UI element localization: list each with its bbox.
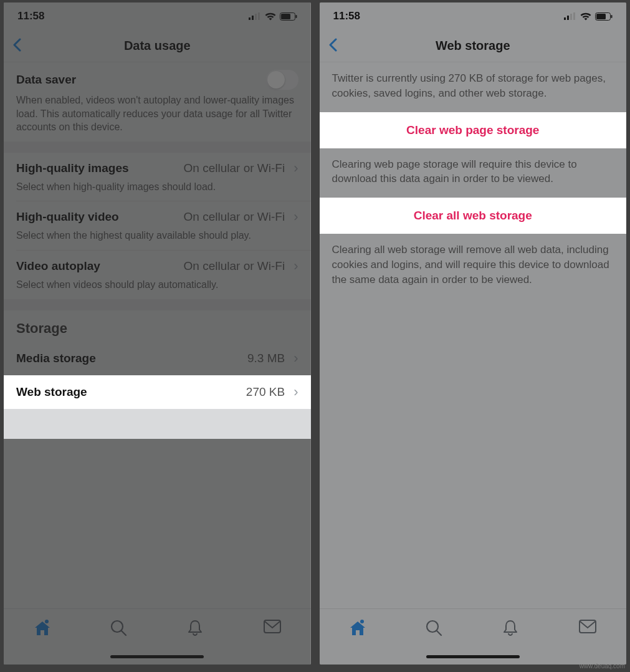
battery-icon — [280, 12, 297, 21]
search-icon — [110, 619, 127, 636]
web-storage-cell[interactable]: Web storage 270 KB › — [4, 375, 311, 409]
media-storage-label: Media storage — [16, 352, 96, 365]
bell-icon — [502, 619, 519, 636]
hq-video-desc: Select when the highest quality availabl… — [16, 229, 298, 242]
hq-video-cell[interactable]: High-quality video On cellular or Wi-Fi … — [4, 201, 311, 250]
svg-rect-1 — [252, 16, 254, 20]
data-saver-label: Data saver — [16, 73, 76, 87]
mail-icon — [578, 619, 597, 634]
data-saver-toggle[interactable] — [266, 70, 298, 90]
chevron-left-icon — [12, 38, 21, 52]
svg-rect-13 — [570, 14, 572, 20]
svg-point-7 — [45, 620, 49, 623]
tab-home[interactable] — [33, 619, 52, 638]
tab-search[interactable] — [425, 619, 444, 638]
chevron-right-icon: › — [294, 350, 298, 367]
svg-line-9 — [122, 631, 126, 635]
media-storage-cell[interactable]: Media storage 9.3 MB › — [4, 342, 311, 375]
cellular-icon — [249, 12, 261, 20]
group-separator — [4, 142, 311, 153]
web-storage-value: 270 KB — [246, 385, 285, 399]
tab-notifications[interactable] — [502, 619, 520, 638]
web-storage-content: Twitter is currently using 270 KB of sto… — [320, 62, 627, 608]
chevron-right-icon: › — [294, 209, 298, 225]
tab-notifications[interactable] — [186, 619, 205, 638]
clear-page-desc: Clearing web page storage will require t… — [320, 148, 627, 198]
wifi-icon — [265, 12, 276, 21]
autoplay-cell[interactable]: Video autoplay On cellular or Wi-Fi › Se… — [4, 251, 311, 299]
tab-home[interactable] — [348, 619, 367, 638]
cellular-icon — [564, 12, 576, 20]
hq-images-label: High-quality images — [16, 161, 129, 175]
web-storage-label: Web storage — [16, 385, 87, 399]
status-time: 11:58 — [333, 10, 360, 22]
tab-messages[interactable] — [263, 619, 282, 638]
svg-rect-5 — [281, 14, 290, 19]
tab-bar — [4, 608, 311, 665]
home-indicator[interactable] — [426, 655, 520, 658]
mail-icon — [263, 619, 282, 634]
bell-icon — [186, 619, 204, 636]
phone-right: 11:58 Web storage Twitter is currently u… — [320, 2, 627, 665]
svg-rect-21 — [580, 620, 596, 633]
tab-search[interactable] — [110, 619, 128, 638]
nav-bar: Web storage — [320, 30, 627, 62]
clear-all-desc: Clearing all web storage will remove all… — [320, 234, 627, 298]
wifi-icon — [580, 12, 591, 21]
hq-video-label: High-quality video — [16, 210, 119, 224]
svg-line-20 — [437, 631, 441, 635]
tab-bar — [320, 608, 627, 665]
battery-icon — [595, 12, 613, 21]
home-indicator[interactable] — [110, 655, 204, 658]
chevron-right-icon: › — [294, 384, 298, 400]
search-icon — [425, 619, 442, 636]
page-title: Data usage — [124, 39, 191, 53]
clear-web-page-storage-button[interactable]: Clear web page storage — [320, 112, 627, 148]
data-saver-cell: Data saver When enabled, videos won't au… — [4, 62, 311, 142]
status-time: 11:58 — [17, 10, 44, 22]
svg-rect-3 — [258, 12, 260, 20]
status-bar: 11:58 — [320, 2, 627, 30]
status-icons — [249, 12, 297, 21]
hq-images-value: On cellular or Wi-Fi — [184, 161, 285, 175]
svg-rect-0 — [249, 17, 251, 20]
svg-rect-12 — [567, 16, 569, 20]
page-title: Web storage — [436, 39, 510, 53]
media-storage-value: 9.3 MB — [247, 352, 285, 365]
data-saver-desc: When enabled, videos won't autoplay and … — [16, 94, 298, 134]
svg-rect-14 — [573, 12, 575, 20]
home-icon — [348, 619, 367, 636]
back-button[interactable] — [12, 36, 21, 56]
settings-list: Data saver When enabled, videos won't au… — [4, 62, 311, 608]
phone-left: 11:58 Data usage Data saver When enabled… — [4, 2, 311, 665]
hq-images-cell[interactable]: High-quality images On cellular or Wi-Fi… — [4, 153, 311, 201]
svg-rect-6 — [295, 15, 297, 18]
storage-header: Storage — [4, 310, 311, 342]
chevron-left-icon — [328, 38, 337, 52]
status-icons — [564, 12, 613, 21]
autoplay-label: Video autoplay — [16, 259, 100, 273]
group-separator — [4, 299, 311, 310]
hq-video-value: On cellular or Wi-Fi — [184, 210, 285, 224]
nav-bar: Data usage — [4, 30, 311, 62]
autoplay-value: On cellular or Wi-Fi — [184, 259, 285, 273]
hq-images-desc: Select when high-quality images should l… — [16, 180, 298, 194]
svg-rect-2 — [255, 14, 257, 20]
clear-all-web-storage-button[interactable]: Clear all web storage — [320, 198, 627, 234]
toggle-knob — [267, 71, 285, 89]
chevron-right-icon: › — [294, 258, 298, 274]
intro-text: Twitter is currently using 270 KB of sto… — [320, 62, 627, 112]
svg-point-18 — [360, 620, 364, 623]
watermark: www.deuaq.com — [580, 663, 625, 670]
tab-messages[interactable] — [578, 619, 597, 638]
status-bar: 11:58 — [4, 2, 311, 30]
chevron-right-icon: › — [294, 160, 298, 176]
home-icon — [33, 619, 52, 636]
svg-rect-16 — [596, 14, 606, 19]
svg-rect-17 — [611, 15, 613, 18]
svg-rect-11 — [564, 17, 566, 20]
autoplay-desc: Select when videos should play automatic… — [16, 278, 298, 292]
back-button[interactable] — [328, 36, 337, 56]
svg-rect-10 — [264, 620, 280, 633]
